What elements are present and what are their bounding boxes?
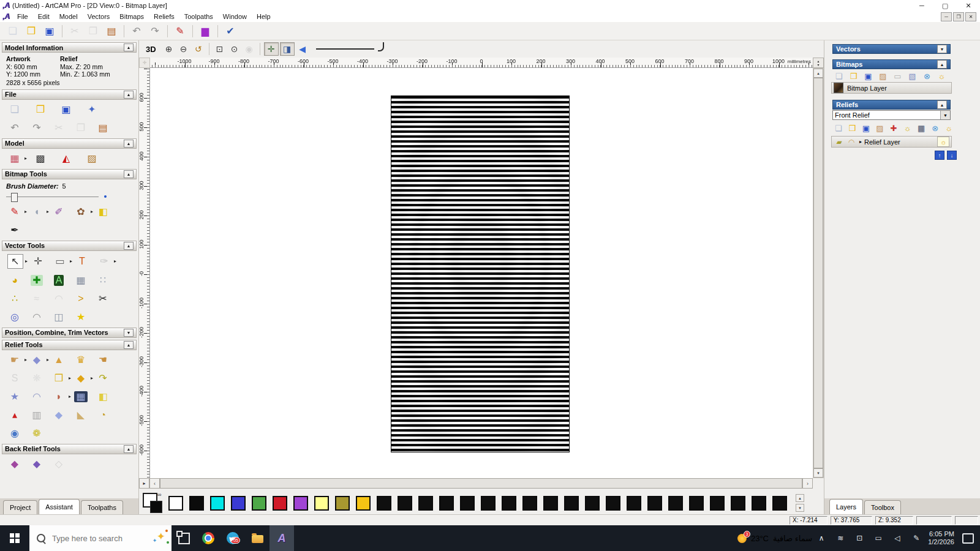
- offset-relief-icon[interactable]: ◧: [96, 390, 110, 403]
- section-back-relief-tools[interactable]: Back Relief Tools ▲: [2, 444, 137, 454]
- palette-swatch[interactable]: [689, 496, 704, 511]
- zoom-out-icon[interactable]: ⊖: [177, 43, 190, 55]
- colour-picker-icon[interactable]: ✐: [51, 205, 66, 219]
- save-bitmap-icon[interactable]: ▣: [862, 70, 875, 81]
- select-vectors-icon[interactable]: ↖▸: [7, 254, 23, 269]
- transform-vectors-icon[interactable]: ✛: [31, 255, 45, 268]
- ruler-unit-stepper[interactable]: ▴▾: [813, 58, 824, 68]
- create-rectangle-icon[interactable]: ▭▸: [53, 255, 67, 268]
- pillow-relief-icon[interactable]: ◆: [51, 408, 66, 422]
- palette-scroll-down-icon[interactable]: ▾: [796, 504, 804, 512]
- palette-swatch[interactable]: [564, 496, 579, 511]
- collapse-icon[interactable]: ▲: [124, 341, 134, 349]
- palette-swatch[interactable]: [231, 496, 246, 511]
- mdi-restore-button[interactable]: ❐: [953, 12, 964, 21]
- zoom-previous-icon[interactable]: ↺: [192, 43, 205, 55]
- paint-icon[interactable]: ✎▸: [7, 205, 22, 219]
- palette-swatch[interactable]: [356, 496, 371, 511]
- zoom-box-icon[interactable]: ⊡: [213, 43, 227, 55]
- palette-swatch[interactable]: [752, 496, 766, 511]
- delete-relief-icon[interactable]: ⊗: [929, 122, 941, 133]
- palette-swatch[interactable]: [502, 496, 516, 511]
- start-button[interactable]: [0, 525, 29, 551]
- task-view-button[interactable]: [172, 525, 196, 551]
- star-relief-icon[interactable]: ★: [7, 390, 22, 403]
- scroll-left-icon[interactable]: ‹: [149, 478, 160, 489]
- palette-swatch[interactable]: [731, 496, 745, 511]
- collapse-icon[interactable]: ▲: [124, 140, 134, 148]
- reference-help-icon[interactable]: ▆: [198, 24, 213, 38]
- draw-icon[interactable]: ✒: [7, 223, 22, 237]
- scroll-down-icon[interactable]: ▾: [813, 468, 823, 478]
- free-polyline-icon[interactable]: ◠: [29, 310, 44, 324]
- add-bump-icon[interactable]: ◠: [846, 137, 857, 147]
- create-arc-icon[interactable]: >: [74, 292, 88, 305]
- snap-grid-toggle-icon[interactable]: ✛: [264, 42, 279, 56]
- save-model-icon[interactable]: ▣: [42, 24, 57, 38]
- envelope-distort-icon[interactable]: ▦: [74, 274, 88, 287]
- palette-swatch[interactable]: [606, 496, 620, 511]
- horizontal-scroll-thumb[interactable]: [160, 478, 802, 489]
- block-paste-icon[interactable]: ✚: [29, 274, 44, 287]
- blank-bitmap-icon[interactable]: ▭: [891, 70, 904, 81]
- collapse-icon[interactable]: ▲: [124, 91, 134, 99]
- palette-swatch[interactable]: [543, 496, 558, 511]
- menu-file[interactable]: File: [12, 13, 33, 20]
- undo-icon[interactable]: ↶: [7, 121, 22, 135]
- paste-icon[interactable]: ▤: [104, 24, 119, 38]
- toggle-visibility-icon[interactable]: ☼: [935, 70, 948, 81]
- slider-thumb[interactable]: [11, 193, 18, 202]
- zero-plane-icon[interactable]: ◆▸: [29, 353, 44, 367]
- section-vector-tools[interactable]: Vector Tools ▲: [2, 241, 137, 251]
- palette-scroll-up-icon[interactable]: ▴: [796, 494, 804, 502]
- move-layer-up-button[interactable]: ↑: [935, 151, 944, 160]
- menu-model[interactable]: Model: [55, 13, 83, 20]
- palette-swatch[interactable]: [377, 496, 391, 511]
- bitmaps-section-header[interactable]: Bitmaps ▲: [832, 59, 951, 69]
- move-layer-down-button[interactable]: ↓: [947, 151, 957, 160]
- interactive-sculpt-icon[interactable]: ☚: [96, 353, 110, 367]
- search-input[interactable]: [51, 533, 133, 544]
- greyscale-view-icon[interactable]: ▦: [915, 122, 927, 133]
- shape-cone-icon[interactable]: ▲: [51, 353, 66, 367]
- zoom-object-icon[interactable]: ⊙: [228, 43, 241, 55]
- wrap-relief-icon[interactable]: ◔: [96, 408, 110, 422]
- mdi-close-button[interactable]: ✕: [965, 12, 976, 21]
- collapse-icon[interactable]: ▲: [124, 445, 134, 453]
- collapse-icon[interactable]: ▲: [124, 242, 134, 250]
- tab-assistant[interactable]: Assistant: [39, 499, 80, 514]
- open-bitmap-icon[interactable]: ❒: [847, 70, 860, 81]
- merge-bitmap-icon[interactable]: ▧: [906, 70, 919, 81]
- section-position-combine-trim[interactable]: Position, Combine, Trim Vectors ▼: [2, 328, 137, 338]
- texture-relief-icon[interactable]: ▦: [74, 390, 88, 403]
- palette-swatch[interactable]: [335, 496, 350, 511]
- volume-icon[interactable]: ◁: [892, 533, 903, 544]
- zoom-in-icon[interactable]: ⊕: [162, 43, 176, 55]
- current-colours[interactable]: ∞: [143, 493, 168, 514]
- vertical-scrollbar[interactable]: ▴ ▾: [813, 68, 824, 478]
- vector-doctor-icon[interactable]: ✑▸: [97, 255, 111, 268]
- open-model-icon[interactable]: ❒: [24, 24, 39, 38]
- palette-swatch[interactable]: [710, 496, 725, 511]
- dome-relief-icon[interactable]: ◠: [29, 390, 44, 403]
- create-text-icon[interactable]: T: [75, 255, 89, 268]
- shape-editor-icon[interactable]: ◆▸: [74, 372, 88, 385]
- menu-vectors[interactable]: Vectors: [83, 13, 115, 20]
- battery-icon[interactable]: ▭: [873, 533, 884, 544]
- palette-icon[interactable]: ✿▸: [74, 205, 88, 219]
- sculpt-icon[interactable]: ☛▸: [7, 353, 22, 367]
- paint-bitmap-icon[interactable]: ▨: [876, 70, 889, 81]
- save-model-icon[interactable]: ▣: [59, 103, 74, 116]
- copilot-icon[interactable]: ✦✦: [157, 530, 165, 543]
- palette-swatch[interactable]: [585, 496, 600, 511]
- import-model-icon[interactable]: ✦: [85, 103, 99, 116]
- pen-icon[interactable]: ✎: [911, 533, 922, 544]
- relief-slab-icon[interactable]: ▰: [834, 137, 845, 147]
- adjust-model-icon[interactable]: ▩: [33, 152, 48, 165]
- collapse-icon[interactable]: ▲: [124, 43, 134, 51]
- set-model-size-icon[interactable]: ▦▸: [7, 152, 22, 165]
- expand-icon[interactable]: ▼: [937, 45, 947, 53]
- new-relief-icon[interactable]: ❏: [832, 122, 845, 133]
- create-boundary-icon[interactable]: ◎: [7, 310, 22, 324]
- palette-swatch[interactable]: [168, 496, 183, 511]
